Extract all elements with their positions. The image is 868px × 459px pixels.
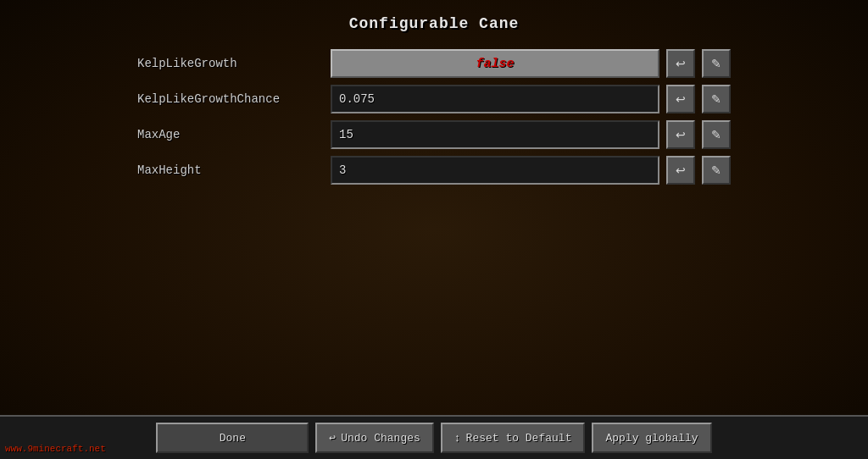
field-edit-button-kelp-like-growth-chance[interactable]: ✎ xyxy=(702,85,731,113)
reset-to-default-button[interactable]: ↕ Reset to Default xyxy=(441,423,586,453)
page-title: Configurable Cane xyxy=(349,15,520,32)
config-row-kelp-like-growth-chance: KelpLikeGrowthChance0.075↩✎ xyxy=(137,83,731,115)
done-button[interactable]: Done xyxy=(156,423,309,453)
field-input-kelp-like-growth-chance: 0.075 xyxy=(331,85,659,113)
field-label-max-age: MaxAge xyxy=(137,128,324,141)
undo-changes-button[interactable]: ↩ Undo Changes xyxy=(315,423,433,453)
config-row-kelp-like-growth: KelpLikeGrowthfalse↩✎ xyxy=(137,47,731,80)
field-value-kelp-like-growth-chance: 0.075 xyxy=(339,92,375,106)
field-undo-button-kelp-like-growth[interactable]: ↩ xyxy=(666,49,695,78)
field-undo-button-max-height[interactable]: ↩ xyxy=(666,156,695,185)
config-row-max-height: MaxHeight3↩✎ xyxy=(137,154,731,186)
undo-icon: ↩ xyxy=(329,431,336,445)
field-undo-button-max-age[interactable]: ↩ xyxy=(666,120,695,149)
reset-to-default-label: Reset to Default xyxy=(466,432,572,445)
undo-changes-label: Undo Changes xyxy=(341,432,420,445)
config-panel: KelpLikeGrowthfalse↩✎KelpLikeGrowthChanc… xyxy=(137,47,731,186)
field-input-max-height: 3 xyxy=(331,156,659,185)
field-value-max-height: 3 xyxy=(339,163,346,177)
field-edit-button-max-height[interactable]: ✎ xyxy=(702,156,731,185)
config-row-max-age: MaxAge15↩✎ xyxy=(137,119,731,151)
field-edit-button-kelp-like-growth[interactable]: ✎ xyxy=(702,49,731,78)
field-label-kelp-like-growth: KelpLikeGrowth xyxy=(137,57,324,70)
watermark: www.9minecraft.net xyxy=(5,444,106,454)
field-input-max-age: 15 xyxy=(331,120,659,149)
field-edit-button-max-age[interactable]: ✎ xyxy=(702,120,731,149)
main-container: Configurable Cane KelpLikeGrowthfalse↩✎K… xyxy=(0,0,868,459)
field-undo-button-kelp-like-growth-chance[interactable]: ↩ xyxy=(666,85,695,113)
field-value-max-age: 15 xyxy=(339,128,353,141)
field-label-max-height: MaxHeight xyxy=(137,163,324,177)
field-label-kelp-like-growth-chance: KelpLikeGrowthChance xyxy=(137,92,324,106)
apply-globally-button[interactable]: Apply globally xyxy=(592,423,711,453)
field-input-kelp-like-growth[interactable]: false xyxy=(331,49,659,78)
bottom-bar: Done ↩ Undo Changes ↕ Reset to Default A… xyxy=(0,415,868,459)
field-value-kelp-like-growth: false xyxy=(476,57,514,71)
reset-icon: ↕ xyxy=(454,432,461,445)
